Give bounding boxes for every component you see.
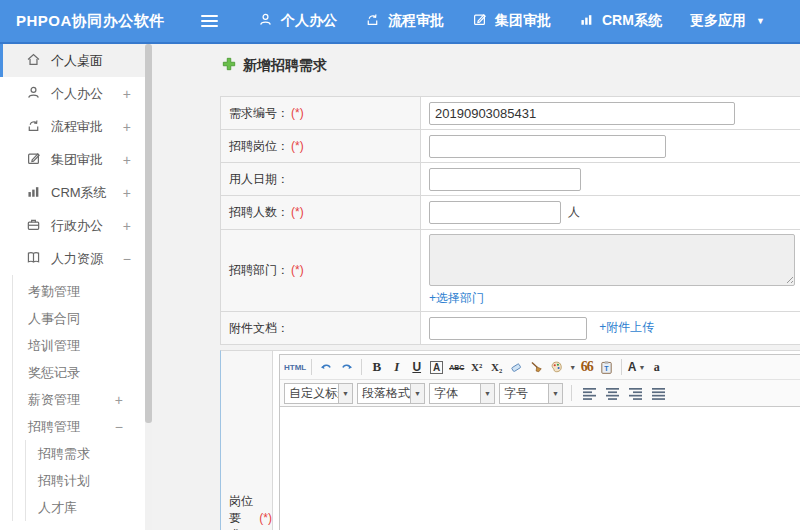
sidebar-item-hr-contract[interactable]: 人事合同	[13, 305, 145, 332]
field-label: 招聘人数：	[229, 205, 289, 219]
collapse-toggle[interactable]: −	[123, 252, 131, 266]
top-header: PHPOA协同办公软件 个人办公 流程审批 集团审批 CRM系统	[0, 0, 800, 44]
table-row: 需求编号：(*)	[221, 97, 800, 130]
hire-date-input[interactable]	[429, 168, 581, 191]
align-justify-icon[interactable]	[649, 384, 668, 403]
main-content: 新增招聘需求 需求编号：(*) 招聘岗位：(*) 用人日期：	[152, 44, 800, 530]
demand-code-input[interactable]	[429, 102, 735, 125]
font-family-select[interactable]: 字体 ▼	[429, 383, 495, 404]
plus-green-icon	[222, 57, 236, 74]
rich-text-editor: HTML B I U A ABC X² X₂	[279, 354, 800, 530]
background-color-button[interactable]: a	[647, 358, 666, 377]
expand-toggle[interactable]: +	[123, 153, 131, 167]
home-icon	[26, 52, 51, 70]
expand-toggle[interactable]: +	[123, 186, 131, 200]
unit-suffix: 人	[568, 205, 580, 219]
sidebar-item-reward-punishment[interactable]: 奖惩记录	[13, 359, 145, 386]
nav-more-apps[interactable]: 更多应用 ▼	[676, 0, 779, 43]
undo-icon[interactable]	[317, 358, 336, 377]
align-left-icon[interactable]	[580, 384, 599, 403]
custom-heading-select[interactable]: 自定义标题 ▼	[284, 383, 353, 404]
sidebar-item-talent-pool[interactable]: 人才库	[26, 494, 145, 521]
position-input[interactable]	[429, 135, 666, 158]
flow-approve-icon	[26, 118, 51, 136]
subscript-button[interactable]: X₂	[487, 358, 506, 377]
bar-chart-icon	[26, 184, 51, 202]
italic-button[interactable]: I	[387, 358, 406, 377]
align-right-icon[interactable]	[626, 384, 645, 403]
table-row: 招聘部门：(*) +选择部门	[221, 230, 800, 312]
bar-chart-icon	[579, 12, 594, 30]
upload-attachment-link[interactable]: +附件上传	[599, 320, 654, 334]
sidebar-item-attendance[interactable]: 考勤管理	[13, 278, 145, 305]
sidebar: 个人桌面 个人办公 + 流程审批 + 集团审批 + CRM系统 + 行政办公 +	[0, 44, 145, 530]
superscript-button[interactable]: X²	[467, 358, 486, 377]
required-marker: (*)	[259, 511, 272, 525]
sidebar-item-recruit-demand[interactable]: 招聘需求	[26, 440, 145, 467]
scrollbar-thumb[interactable]	[145, 44, 152, 423]
sidebar-item-desktop[interactable]: 个人桌面	[0, 44, 145, 77]
required-marker: (*)	[291, 205, 304, 219]
nav-crm[interactable]: CRM系统	[565, 0, 676, 43]
collapse-toggle[interactable]: −	[115, 420, 123, 434]
hr-submenu: 考勤管理 人事合同 培训管理 奖惩记录 薪资管理 + 招聘管理 − 招聘需求 招…	[12, 275, 145, 521]
sidebar-item-recruit-plan[interactable]: 招聘计划	[26, 467, 145, 494]
svg-text:T: T	[605, 365, 610, 372]
sidebar-item-recruit-mgmt[interactable]: 招聘管理 −	[13, 413, 145, 440]
expand-toggle[interactable]: +	[123, 87, 131, 101]
palette-caret-icon[interactable]: ▼	[569, 364, 576, 371]
strikethrough-button[interactable]: ABC	[447, 358, 466, 377]
table-row: 用人日期：	[221, 163, 800, 196]
color-palette-icon[interactable]	[547, 358, 566, 377]
expand-toggle[interactable]: +	[123, 219, 131, 233]
nav-personal-office[interactable]: 个人办公	[244, 0, 351, 43]
font-color-button[interactable]: A▼	[627, 358, 646, 377]
sidebar-item-flow-approval[interactable]: 流程审批 +	[0, 110, 145, 143]
headcount-input[interactable]	[429, 201, 561, 224]
nav-flow-approval[interactable]: 流程审批	[351, 0, 458, 43]
eraser-icon[interactable]	[507, 358, 526, 377]
required-marker: (*)	[291, 263, 304, 277]
header-nav: 个人办公 流程审批 集团审批 CRM系统 更多应用 ▼	[244, 0, 779, 43]
department-textarea[interactable]	[429, 234, 795, 286]
underline-button[interactable]: U	[407, 358, 426, 377]
nav-group-approval[interactable]: 集团审批	[458, 0, 565, 43]
align-center-icon[interactable]	[603, 384, 622, 403]
field-label: 招聘部门：	[229, 263, 289, 277]
recruit-form-table: 需求编号：(*) 招聘岗位：(*) 用人日期： 招聘人数：(*)	[220, 96, 800, 345]
sidebar-scrollbar[interactable]	[145, 44, 152, 530]
table-row: 招聘人数：(*) 人	[221, 196, 800, 230]
expand-toggle[interactable]: +	[115, 393, 123, 407]
bold-button[interactable]: B	[367, 358, 386, 377]
paste-clipboard-icon[interactable]: T	[597, 358, 616, 377]
table-row: 附件文档： +附件上传	[221, 312, 800, 345]
hamburger-icon[interactable]	[201, 15, 218, 27]
redo-icon[interactable]	[337, 358, 356, 377]
editor-toolbar-row1: HTML B I U A ABC X² X₂	[280, 355, 800, 380]
sidebar-item-hr[interactable]: 人力资源 −	[0, 242, 145, 275]
required-marker: (*)	[291, 139, 304, 153]
briefcase-icon	[26, 217, 51, 235]
sidebar-item-admin-office[interactable]: 行政办公 +	[0, 209, 145, 242]
expand-toggle[interactable]: +	[123, 120, 131, 134]
field-label: 需求编号：	[229, 106, 289, 120]
field-label: 附件文档：	[229, 321, 289, 335]
blockquote-button[interactable]: 66	[577, 358, 596, 377]
sidebar-item-crm[interactable]: CRM系统 +	[0, 176, 145, 209]
sidebar-item-salary[interactable]: 薪资管理 +	[13, 386, 145, 413]
requirement-row: 岗位要求：(*) HTML B I U A	[220, 350, 800, 530]
user-icon	[258, 12, 273, 30]
caret-down-icon: ▼	[756, 16, 765, 26]
format-brush-icon[interactable]	[527, 358, 546, 377]
sidebar-item-personal-office[interactable]: 个人办公 +	[0, 77, 145, 110]
autotypeset-button[interactable]: A	[430, 361, 443, 374]
paragraph-format-select[interactable]: 段落格式 ▼	[357, 383, 425, 404]
sidebar-item-group-approval[interactable]: 集团审批 +	[0, 143, 145, 176]
sidebar-item-training[interactable]: 培训管理	[13, 332, 145, 359]
attachment-input[interactable]	[429, 317, 587, 340]
html-source-button[interactable]: HTML	[284, 358, 306, 377]
select-department-link[interactable]: +选择部门	[429, 290, 484, 307]
page-title: 新增招聘需求	[222, 57, 800, 74]
font-size-select[interactable]: 字号 ▼	[499, 383, 563, 404]
editor-content-area[interactable]	[280, 407, 800, 530]
